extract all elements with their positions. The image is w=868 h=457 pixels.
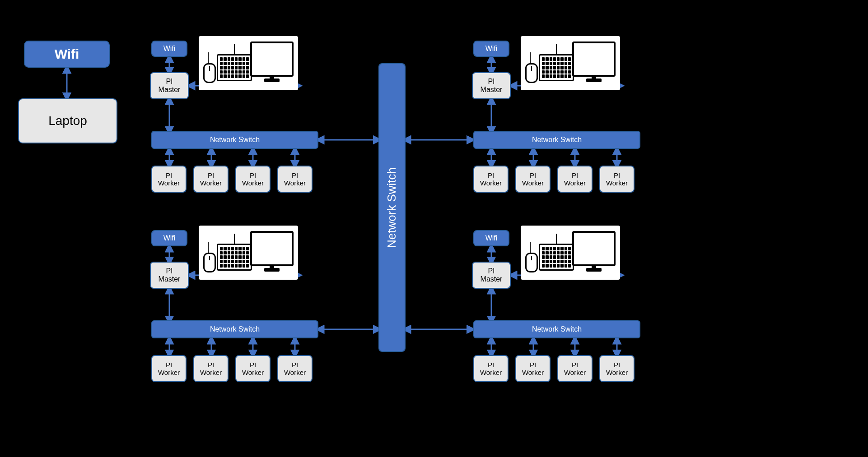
master-line1: PI [488,267,495,275]
peripherals-icon [199,36,298,90]
worker-line1: PI [614,361,620,369]
worker-line2: Worker [242,179,264,187]
switch-label: Network Switch [532,136,582,144]
worker-line2: Worker [564,179,586,187]
master-line1: PI [166,78,173,85]
switch-label: Network Switch [210,325,260,333]
pi-worker-node: PIWorker [473,355,509,382]
worker-line1: PI [208,361,214,369]
network-switch-node: Network Switch [151,131,318,149]
master-line2: Master [481,86,503,93]
worker-line2: Worker [480,179,502,187]
mouse-icon [525,63,538,83]
pi-master-node: PIMaster [150,262,189,289]
laptop-node: Laptop [18,98,117,143]
wifi-label: Wifi [485,234,498,242]
worker-line1: PI [614,171,620,179]
peripherals-icon [199,226,298,280]
worker-line2: Worker [606,179,628,187]
pi-worker-node: PIWorker [473,166,509,193]
master-line2: Master [159,86,181,93]
keyboard-icon [217,244,252,271]
worker-line2: Worker [200,179,222,187]
pi-worker-node: PIWorker [599,355,635,382]
worker-line2: Worker [158,369,180,376]
pi-worker-node: PIWorker [193,166,229,193]
worker-line1: PI [530,361,536,369]
pi-worker-node: PIWorker [557,166,593,193]
worker-line1: PI [250,171,256,179]
worker-line1: PI [488,171,494,179]
central-network-switch: Network Switch [378,63,406,352]
worker-line2: Worker [564,369,586,376]
worker-line1: PI [166,171,172,179]
worker-line1: PI [530,171,536,179]
worker-line2: Worker [200,369,222,376]
worker-line2: Worker [522,179,544,187]
worker-line2: Worker [284,369,306,376]
wifi-node: Wifi [151,41,187,57]
central-switch-label: Network Switch [385,167,399,248]
pi-master-node: PIMaster [150,72,189,99]
keyboard-icon [539,244,574,271]
master-line1: PI [166,267,173,275]
wifi-node-main: Wifi [24,41,110,68]
worker-line2: Worker [480,369,502,376]
worker-line1: PI [292,361,298,369]
wifi-node: Wifi [473,41,509,57]
pi-worker-node: PIWorker [151,166,187,193]
peripherals-icon [521,36,620,90]
network-switch-node: Network Switch [473,131,640,149]
worker-line1: PI [250,361,256,369]
worker-line2: Worker [606,369,628,376]
wifi-node: Wifi [473,230,509,246]
pi-worker-node: PIWorker [277,355,313,382]
network-switch-node: Network Switch [151,320,318,338]
worker-line1: PI [166,361,172,369]
wifi-label: Wifi [55,46,79,62]
pi-worker-node: PIWorker [515,166,551,193]
pi-worker-node: PIWorker [277,166,313,193]
pi-master-node: PIMaster [472,262,511,289]
connectors [0,0,868,457]
pi-worker-node: PIWorker [193,355,229,382]
pi-worker-node: PIWorker [235,355,271,382]
switch-label: Network Switch [532,325,582,333]
pi-worker-node: PIWorker [599,166,635,193]
diagram-stage: Wifi Laptop Network Switch WifiPIMasterN… [0,0,868,457]
switch-label: Network Switch [210,136,260,144]
network-switch-node: Network Switch [473,320,640,338]
worker-line1: PI [292,171,298,179]
pi-worker-node: PIWorker [151,355,187,382]
mouse-icon [203,253,216,272]
worker-line1: PI [572,171,578,179]
wifi-node: Wifi [151,230,187,246]
pi-worker-node: PIWorker [557,355,593,382]
master-line2: Master [159,275,181,283]
wifi-label: Wifi [163,234,176,242]
mouse-icon [525,253,538,272]
worker-line1: PI [572,361,578,369]
master-line2: Master [481,275,503,283]
monitor-icon [250,42,294,77]
worker-line1: PI [488,361,494,369]
laptop-label: Laptop [48,114,87,128]
monitor-icon [572,42,616,77]
pi-worker-node: PIWorker [515,355,551,382]
monitor-icon [572,231,616,266]
monitor-icon [250,231,294,266]
worker-line2: Worker [522,369,544,376]
worker-line2: Worker [284,179,306,187]
wifi-label: Wifi [163,45,176,53]
worker-line2: Worker [242,369,264,376]
master-line1: PI [488,78,495,85]
pi-worker-node: PIWorker [235,166,271,193]
wifi-label: Wifi [485,45,498,53]
pi-master-node: PIMaster [472,72,511,99]
keyboard-icon [539,54,574,81]
peripherals-icon [521,226,620,280]
worker-line1: PI [208,171,214,179]
mouse-icon [203,63,216,83]
worker-line2: Worker [158,179,180,187]
keyboard-icon [217,54,252,81]
